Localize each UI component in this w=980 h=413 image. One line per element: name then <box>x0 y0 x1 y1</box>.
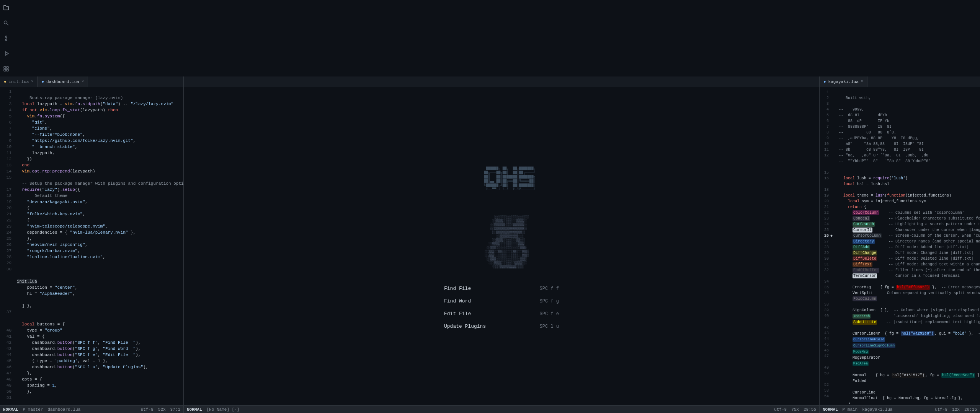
tab-dashboard-lua[interactable]: ● dashboard.lua × <box>38 76 88 87</box>
svg-rect-8 <box>4 69 6 71</box>
right-code-area: 1 2 3 4 5 6 7 8 9 10 11 12 15 16 18 19 2… <box>820 87 980 405</box>
left-pane: ● init.lua × ● dashboard.lua × 1 2 3 4 5… <box>0 76 184 413</box>
svg-rect-9 <box>7 69 8 71</box>
right-status-bar: NORMAL P main kagayaki.lua utf-8 12X 26:… <box>820 405 980 413</box>
left-status-bar: NORMAL P master dashboard.lua utf-8 52X … <box>0 405 183 413</box>
tab-dashboard-lua-label: dashboard.lua <box>46 80 79 84</box>
right-code-content[interactable]: -- Built with, -- 9999, -- d8 8I dPYb --… <box>836 89 980 404</box>
pixel-art-logo: ░░░░░░░░░░░░░░░░░░░ ░░▒▒▒▒░░░░░░░▒▒▒▒░░ … <box>474 211 529 273</box>
dash-btn-edit-file[interactable]: Edit File SPC f e <box>444 310 559 317</box>
activity-extensions[interactable] <box>2 64 11 73</box>
left-encoding: utf-8 <box>141 407 154 412</box>
left-file: dashboard.lua <box>47 407 80 412</box>
right-pane-tabs: ● kagayaki.lua × <box>820 76 980 87</box>
tab-dashboard-lua-close[interactable]: × <box>82 80 84 84</box>
find-file-label: Find File <box>444 286 471 291</box>
tab-kagayaki-close[interactable]: × <box>861 80 863 84</box>
activity-debug[interactable] <box>2 49 11 58</box>
find-word-label: Find Word <box>444 298 471 304</box>
left-code-content[interactable]: -- Bootstrap package manager (lazy.nvim)… <box>14 87 183 405</box>
tab-init-lua-label: init.lua <box>9 80 29 84</box>
activity-search[interactable] <box>2 18 11 28</box>
center-buffer: [No Name] [-] <box>207 407 240 412</box>
center-cursor: 28:55 <box>804 407 816 412</box>
right-file: kagayaki.lua <box>862 407 892 412</box>
center-encoding: utf-8 <box>774 407 787 412</box>
activity-git[interactable] <box>2 34 11 43</box>
left-code-area: 1 2 3 4 5 6 7 8 9 10 11 12 13 14 15 17 1… <box>0 87 183 405</box>
center-pane-tabs <box>184 76 819 87</box>
tab-kagayaki-lua[interactable]: ● kagayaki.lua × <box>820 76 867 87</box>
svg-line-1 <box>7 24 8 25</box>
dash-btn-find-word[interactable]: Find Word SPC f g <box>444 298 559 305</box>
activity-files[interactable] <box>2 3 11 12</box>
svg-point-2 <box>5 36 7 37</box>
svg-point-3 <box>5 39 7 41</box>
lua-file-icon: ● <box>4 80 7 84</box>
tab-init-lua[interactable]: ● init.lua × <box>0 76 38 87</box>
right-mode: NORMAL <box>823 407 838 412</box>
svg-rect-7 <box>7 67 8 68</box>
dashboard-area: ██████╗ ██╗ ██╗███████╗ ██╔═══██╗██║ ██║… <box>184 87 819 405</box>
tab-init-lua-close[interactable]: × <box>31 80 33 84</box>
center-width: 75X <box>791 407 799 412</box>
lua-file-icon-modified: ● <box>41 80 44 84</box>
kagayaki-file-icon: ● <box>823 80 826 84</box>
right-width: 12X <box>952 407 960 412</box>
left-line-numbers: 1 2 3 4 5 6 7 8 9 10 11 12 13 14 15 17 1… <box>0 87 14 405</box>
left-branch: P master <box>23 407 43 412</box>
center-pane: ██████╗ ██╗ ██╗███████╗ ██╔═══██╗██║ ██║… <box>184 76 819 413</box>
right-encoding: utf-8 <box>935 407 947 412</box>
edit-file-label: Edit File <box>444 311 471 317</box>
dashboard-buttons-list: Find File SPC f f Find Word SPC f g Edit… <box>444 285 559 330</box>
left-cursor: 37:1 <box>170 407 180 412</box>
svg-point-0 <box>4 21 7 24</box>
dash-btn-find-file[interactable]: Find File SPC f f <box>444 285 559 292</box>
left-mode: NORMAL <box>3 407 18 412</box>
activity-bar <box>0 0 12 76</box>
right-cursor: 26:15 <box>964 407 977 412</box>
right-line-numbers: 1 2 3 4 5 6 7 8 9 10 11 12 15 16 18 19 2… <box>820 89 830 404</box>
update-plugins-label: Update Plugins <box>444 324 486 329</box>
tab-kagayaki-label: kagayaki.lua <box>828 80 859 84</box>
left-width: 52X <box>158 407 166 412</box>
find-file-key: SPC f f <box>540 286 559 291</box>
ascii-art-logo: ██████╗ ██╗ ██╗███████╗ ██╔═══██╗██║ ██║… <box>467 163 536 196</box>
right-pane: ● kagayaki.lua × 1 2 3 4 5 6 7 8 9 10 11… <box>819 76 980 413</box>
left-pane-tabs: ● init.lua × ● dashboard.lua × <box>0 76 183 87</box>
svg-marker-5 <box>5 52 8 55</box>
svg-rect-6 <box>4 67 6 68</box>
right-branch: P main <box>843 407 858 412</box>
dash-btn-update-plugins[interactable]: Update Plugins SPC l u <box>444 323 559 330</box>
center-mode: NORMAL <box>187 407 202 412</box>
edit-file-key: SPC f e <box>540 311 559 317</box>
update-plugins-key: SPC l u <box>540 324 559 329</box>
center-status-bar: NORMAL [No Name] [-] utf-8 75X 28:55 <box>184 405 819 413</box>
find-word-key: SPC f g <box>540 299 559 304</box>
right-sign-col: ◆ <box>830 89 836 404</box>
